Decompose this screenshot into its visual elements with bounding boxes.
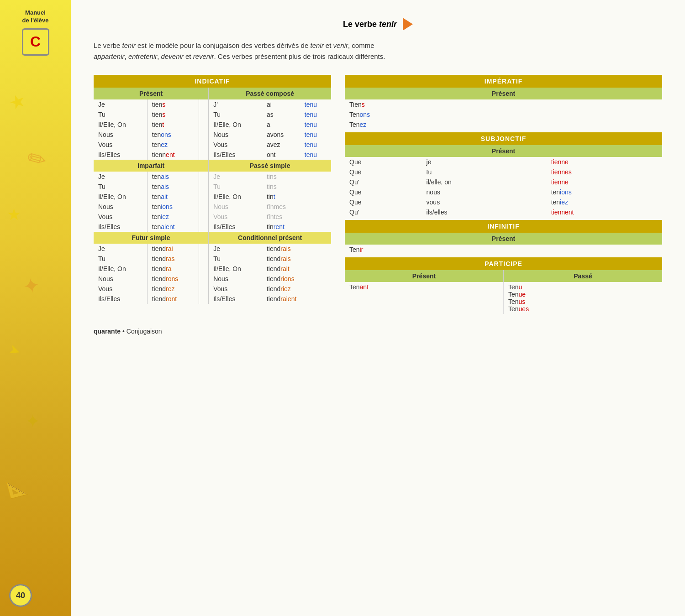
table-row: Vous teniez Vous tîntes: [94, 212, 331, 222]
subjonctif-header: SUBJONCTIF: [345, 132, 662, 145]
pronoun: Nous: [94, 130, 147, 140]
table-row: Je tenais Je tins: [94, 172, 331, 182]
futur-header: Futur simple: [94, 232, 209, 244]
pronoun: Il/Elle, On: [94, 264, 147, 274]
aux: a: [262, 120, 300, 130]
pronoun: Nous: [209, 274, 262, 284]
pronoun: tu: [422, 167, 547, 177]
verb: tiendrez: [147, 284, 199, 294]
imperatif-header: IMPÉRATIF: [345, 75, 662, 88]
table-row: Nous tiendrons Nous tiendrions: [94, 274, 331, 284]
table-row: Que je tienne: [345, 157, 662, 167]
pronoun: Je: [94, 244, 147, 254]
verb: tiendront: [147, 294, 199, 304]
verb: tins: [262, 182, 331, 192]
footer: quarante • Conjugaison: [94, 328, 662, 335]
pronoun: Il/Elle, On: [94, 192, 147, 202]
verb: tenait: [147, 192, 199, 202]
table-row: Vous tiendrez Vous tiendriez: [94, 284, 331, 294]
table-row: Il/Elle, On tenait Il/Elle, On tint: [94, 192, 331, 202]
table-row: Je tiendrai Je tiendrais: [94, 244, 331, 254]
aux: as: [262, 110, 300, 120]
pronoun: Je: [94, 172, 147, 182]
pronoun: Il/Elle, On: [209, 192, 262, 202]
verb: tenais: [147, 172, 199, 182]
pronoun: Tu: [94, 182, 147, 192]
verb: tiendrais: [262, 254, 331, 264]
table-row: Nous tenions Nous tînmes: [94, 202, 331, 212]
verb: tinrent: [262, 222, 331, 232]
participe-passe-header: Passé: [504, 270, 663, 282]
pronoun: Ils/Elles: [94, 294, 147, 304]
verb: tenu: [300, 130, 331, 140]
table-row: Ils/Elles tenaient Ils/Elles tinrent: [94, 222, 331, 232]
conditionnel-header: Conditionnel présent: [209, 232, 331, 244]
que: Qu': [345, 207, 422, 217]
verb: tient: [147, 120, 199, 130]
pronoun: Ils/Elles: [94, 222, 147, 232]
table-row: Il/Elle, On tiendra Il/Elle, On tiendrai…: [94, 264, 331, 274]
pronoun: Je: [209, 172, 262, 182]
pronoun: Tu: [209, 110, 262, 120]
verb: tenons: [147, 130, 199, 140]
verb: tint: [262, 192, 331, 202]
pronoun: Je: [94, 99, 147, 110]
pronoun: J': [209, 99, 262, 110]
table-row: Que vous teniez: [345, 197, 662, 207]
verb: tiendriez: [262, 284, 331, 294]
pronoun: Ils/Elles: [209, 222, 262, 232]
participe-passe-verbs: Tenu Tenue Tenus Tenues: [504, 282, 663, 314]
que: Que: [345, 167, 422, 177]
verb: tiendrons: [147, 274, 199, 284]
pronoun: Ils/Elles: [94, 150, 147, 160]
table-row: Ils/Elles tiennent Ils/Elles ont tenu: [94, 150, 331, 160]
infinitif-present-header: Présent: [345, 233, 662, 245]
verb: tiens: [147, 99, 199, 110]
aux: ai: [262, 99, 300, 110]
imperatif-table: IMPÉRATIF Présent Tiens Tenons Tenez: [345, 75, 662, 130]
pronoun: Tu: [94, 110, 147, 120]
pronoun: Nous: [209, 202, 262, 212]
right-tables: IMPÉRATIF Présent Tiens Tenons Tenez: [345, 75, 662, 314]
pronoun: Il/Elle, On: [94, 120, 147, 130]
pronoun: Tu: [209, 254, 262, 264]
verb: tînmes: [262, 202, 331, 212]
arrow-icon: [403, 18, 413, 31]
verb: tiennent: [147, 150, 199, 160]
pronoun: Tu: [209, 182, 262, 192]
pronoun: vous: [422, 197, 547, 207]
passe-compose-header: Passé composé: [209, 88, 331, 99]
table-row: Il/Elle, On tient Il/Elle, On a tenu: [94, 120, 331, 130]
verb: tiennent: [547, 207, 662, 217]
verb: tenaient: [147, 222, 199, 232]
imperatif-present-header: Présent: [345, 88, 662, 99]
subjonctif-present-header: Présent: [345, 145, 662, 157]
pronoun: Vous: [209, 284, 262, 294]
verb: tienne: [547, 157, 662, 167]
infinitif-table: INFINITIF Présent Tenir: [345, 220, 662, 255]
pronoun: Ils/Elles: [209, 150, 262, 160]
pronoun: je: [422, 157, 547, 167]
verb: tenu: [300, 150, 331, 160]
section-headers: Imparfait Passé simple: [94, 160, 331, 172]
page-title: Le verbe tenir: [94, 18, 662, 31]
subjonctif-table: SUBJONCTIF Présent Que je tienne Que tu: [345, 132, 662, 217]
que: Que: [345, 157, 422, 167]
verb: tenu: [300, 110, 331, 120]
que: Que: [345, 197, 422, 207]
table-row: Tenir: [345, 245, 662, 255]
verb: tiendraient: [262, 294, 331, 304]
verb: Tenir: [345, 245, 662, 255]
verb: tiendrais: [262, 244, 331, 254]
pronoun: Je: [209, 244, 262, 254]
main-content: Le verbe tenir Le verbe tenir est le mod…: [71, 0, 685, 616]
verb: tiendrait: [262, 264, 331, 274]
tables-row: INDICATIF Présent Passé composé Je tiens…: [94, 75, 662, 314]
table-row: Tenons: [345, 110, 662, 120]
table-row: Qu' ils/elles tiennent: [345, 207, 662, 217]
table-row: Ils/Elles tiendront Ils/Elles tiendraien…: [94, 294, 331, 304]
verb: tiendras: [147, 254, 199, 264]
table-row: Qu' il/elle, on tienne: [345, 177, 662, 187]
pronoun: Il/Elle, On: [209, 120, 262, 130]
verb: tenions: [547, 187, 662, 197]
